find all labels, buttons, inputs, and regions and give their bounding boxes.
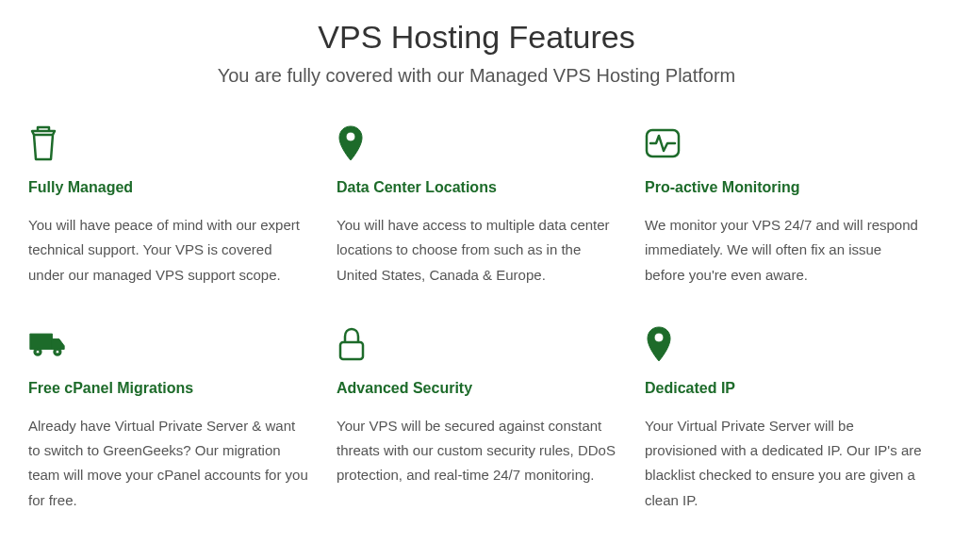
- header: VPS Hosting Features You are fully cover…: [28, 19, 925, 87]
- feature-description: Already have Virtual Private Server & wa…: [28, 414, 308, 513]
- page-subtitle: You are fully covered with our Managed V…: [28, 65, 925, 87]
- feature-advanced-security: Advanced Security Your VPS will be secur…: [337, 325, 616, 513]
- feature-description: Your VPS will be secured against constan…: [337, 414, 616, 488]
- cup-icon: [28, 124, 66, 162]
- svg-point-0: [346, 132, 355, 141]
- page-title: VPS Hosting Features: [28, 19, 925, 56]
- feature-title: Data Center Locations: [337, 179, 616, 196]
- feature-free-cpanel-migrations: Free cPanel Migrations Already have Virt…: [28, 325, 308, 513]
- feature-title: Advanced Security: [337, 380, 616, 397]
- feature-description: We monitor your VPS 24/7 and will respon…: [645, 213, 925, 288]
- feature-title: Fully Managed: [28, 179, 308, 196]
- truck-icon: [28, 325, 66, 363]
- location-pin-icon: [645, 325, 682, 363]
- feature-proactive-monitoring: Pro-active Monitoring We monitor your VP…: [645, 124, 925, 288]
- location-pin-icon: [337, 124, 374, 162]
- svg-point-7: [654, 333, 664, 342]
- feature-description: Your Virtual Private Server will be prov…: [645, 414, 925, 513]
- svg-rect-6: [340, 342, 363, 359]
- feature-title: Pro-active Monitoring: [645, 179, 925, 196]
- svg-point-5: [56, 350, 59, 354]
- svg-point-3: [36, 350, 40, 354]
- feature-data-center-locations: Data Center Locations You will have acce…: [337, 124, 616, 288]
- features-grid: Fully Managed You will have peace of min…: [28, 124, 925, 513]
- feature-description: You will have peace of mind with our exp…: [28, 213, 308, 288]
- lock-icon: [337, 325, 374, 363]
- feature-title: Dedicated IP: [645, 380, 925, 397]
- feature-dedicated-ip: Dedicated IP Your Virtual Private Server…: [645, 325, 925, 513]
- feature-title: Free cPanel Migrations: [28, 380, 308, 397]
- monitor-heartbeat-icon: [645, 124, 682, 162]
- feature-fully-managed: Fully Managed You will have peace of min…: [28, 124, 308, 288]
- feature-description: You will have access to multiple data ce…: [337, 213, 616, 288]
